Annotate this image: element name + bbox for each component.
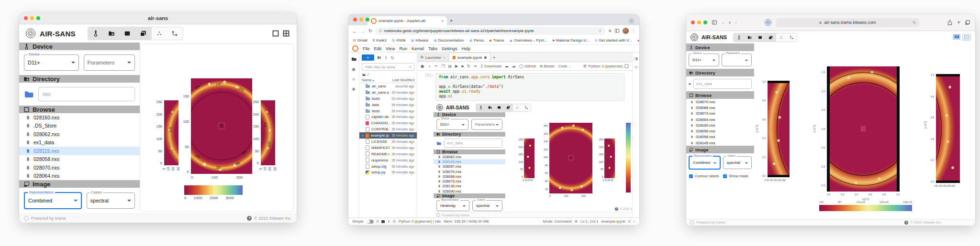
bookmark-item[interactable]: ▣ Documentation	[434, 38, 464, 43]
kernel-settings-icon[interactable]: ⚙	[583, 64, 587, 68]
menu-item[interactable]: Settings	[442, 46, 457, 51]
jupyter-file-row[interactable]: README.rst 35 minutes ago	[359, 151, 417, 157]
device-section-header[interactable]: Device	[686, 43, 754, 51]
file-list-item[interactable]: .DS_Store	[19, 122, 140, 130]
run-all-icon[interactable]: ↠	[474, 64, 477, 68]
scatter-toolbar-button[interactable]	[151, 27, 167, 40]
side-panel-icon[interactable]	[614, 28, 620, 33]
bookmark-item[interactable]: ▣ Kitware	[411, 38, 428, 43]
site-favicon[interactable]	[765, 19, 771, 26]
filter-files-input[interactable]	[364, 64, 407, 70]
image-toolbar-button[interactable]	[135, 27, 151, 40]
file-list-item[interactable]: 028062.nxs	[19, 130, 140, 139]
cut-cell-icon[interactable]: ✂	[435, 64, 438, 68]
bookmark-item[interactable]: M Gmail	[353, 38, 368, 43]
file-list-item[interactable]: 028145.nxs	[686, 140, 754, 146]
help-icon[interactable]: ?	[615, 207, 618, 211]
add-tab-button[interactable]: +	[493, 55, 496, 60]
address-bar[interactable]: ⁝⁝ notebooks.gesis.org/binder/jupyter/us…	[375, 27, 605, 35]
image-toolbar-button[interactable]	[765, 33, 776, 42]
device-section-header[interactable]: Device	[19, 43, 140, 50]
browse-toolbar-button[interactable]	[755, 33, 765, 42]
file-list-item[interactable]: 028056.nxs	[686, 128, 754, 134]
sidebar-icon[interactable]	[712, 20, 717, 25]
directory-path-input[interactable]	[693, 79, 752, 89]
property-inspector-icon[interactable]: ◨	[634, 56, 638, 61]
help-icon[interactable]: ?	[904, 221, 908, 225]
jupyter-file-row[interactable]: setup.py 35 minutes ago	[359, 169, 417, 175]
colors-select[interactable]: Colorsspectral	[472, 200, 502, 211]
file-list-item[interactable]: 028090.nxs	[434, 189, 505, 193]
right-detector-heatmap[interactable]	[936, 74, 960, 183]
single-view-icon[interactable]	[272, 30, 279, 37]
image-toolbar-button[interactable]	[503, 104, 512, 111]
directory-toolbar-button[interactable]	[104, 27, 120, 40]
help-icon[interactable]: ?	[247, 216, 252, 221]
code-editor[interactable]: from air_sans.app.core import AirSans ap…	[435, 73, 624, 101]
kernel-name[interactable]: Python 3 (ipykernel)	[589, 64, 623, 68]
device-select[interactable]: DeviceD11+	[436, 119, 468, 130]
copy-cell-icon[interactable]: ❐	[441, 64, 445, 68]
kernel-status-text[interactable]: Python 3 (ipykernel) | Idle	[399, 219, 441, 224]
file-list-item[interactable]: 028064.nxs	[19, 172, 140, 181]
bookmark-item[interactable]: X Kwik3	[373, 38, 387, 43]
browse-section-header[interactable]: Browse	[19, 106, 140, 113]
parameters-select[interactable]: Parameters	[84, 54, 135, 71]
file-list-item[interactable]: 028070.nxs	[19, 163, 140, 172]
file-list-item[interactable]: 028070.nxs	[434, 169, 505, 174]
upload-icon[interactable]: ⇪	[384, 55, 388, 60]
back-icon[interactable]: ←	[352, 28, 357, 34]
pipeline-toolbar-button[interactable]	[522, 104, 531, 111]
debugger-icon[interactable]: ⊙	[635, 65, 638, 69]
cursor-position[interactable]: Ln 1, Col 1	[580, 219, 599, 224]
jupyter-file-row[interactable]: CONTRIB... 35 minutes ago	[359, 126, 417, 132]
layout-view-button[interactable]	[962, 34, 971, 41]
bookmark-star-icon[interactable]: ☆	[598, 29, 601, 33]
paste-cell-icon[interactable]: ▤	[448, 64, 452, 68]
jupyter-file-row[interactable]: data 35 minutes ago	[359, 102, 417, 108]
file-list-item[interactable]: 028062.nxs	[434, 154, 505, 159]
bookmark-item[interactable]: ▣ Perso	[469, 38, 484, 43]
representation-select[interactable]: RepresentationHeatmap	[436, 200, 469, 211]
simple-mode-toggle[interactable]	[367, 220, 374, 224]
left-detector-heatmap[interactable]	[524, 139, 535, 178]
menu-icon[interactable]: ⋮	[632, 29, 635, 33]
jupyter-file-row[interactable]: tests 35 minutes ago	[359, 108, 417, 114]
file-list-item[interactable]: 028086.nxs	[686, 105, 754, 110]
bookmark-item[interactable]: ▲ Overviews – PyVi...	[509, 38, 547, 43]
directory-section-header[interactable]: Directory	[19, 75, 140, 83]
right-detector-heatmap[interactable]: 400 200	[261, 100, 275, 165]
jupyter-file-row[interactable]: example.ip... 35 minutes ago	[359, 132, 417, 139]
download-button[interactable]: ↧Download	[480, 64, 501, 68]
jupyter-file-row[interactable]: requireme... 35 minutes ago	[359, 157, 417, 163]
directory-path-input[interactable]	[444, 139, 502, 148]
file-list-item[interactable]: 028058.nxs	[19, 155, 140, 164]
file-list-item[interactable]: 028130.nxs	[434, 184, 505, 189]
new-tab-icon[interactable]: +	[957, 19, 960, 26]
device-select[interactable]: Device D11+	[24, 54, 79, 71]
run-cell-icon[interactable]: ▶	[455, 64, 458, 68]
code-cell[interactable]: [1]: from air_sans.app.core import AirSa…	[417, 73, 632, 101]
tab-search-icon[interactable]: ⌄	[628, 18, 635, 24]
browse-toolbar-button[interactable]	[494, 104, 503, 111]
folder-icon[interactable]	[689, 81, 691, 86]
kernel-icon[interactable]: ⊙	[393, 219, 396, 224]
running-sessions-icon[interactable]: ◉	[352, 67, 356, 72]
representation-select[interactable]: RepresentationCombined	[689, 156, 721, 170]
reload-icon[interactable]: ↻	[368, 28, 372, 33]
tab-close-icon[interactable]: ×	[441, 19, 444, 23]
cell-type-select[interactable]: Code⌄	[558, 64, 571, 68]
bookmark-item[interactable]: ■ Material Design Ic...	[553, 38, 590, 43]
device-toolbar-button[interactable]	[88, 27, 104, 40]
address-bar[interactable]: air-sans.trame.kitware.com ↻	[776, 18, 919, 27]
pipeline-toolbar-button[interactable]	[786, 33, 797, 42]
show-mask-checkbox[interactable]: ✓Show mask	[723, 174, 748, 178]
minimize-button[interactable]	[697, 21, 701, 24]
refresh-icon[interactable]: ↻	[391, 55, 395, 60]
device-toolbar-button[interactable]	[734, 33, 744, 42]
browse-section-header[interactable]: Browse	[686, 91, 754, 99]
cloud-download-icon[interactable]: ☁	[512, 64, 516, 68]
device-toolbar-button[interactable]	[476, 104, 485, 111]
bookmark-item[interactable]: V Get started with V...	[595, 38, 632, 43]
folder-icon[interactable]	[24, 89, 33, 99]
